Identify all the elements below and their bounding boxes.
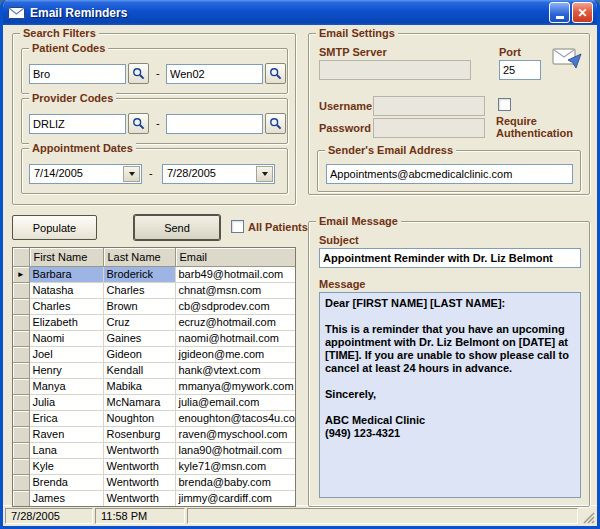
row-selector[interactable]: [13, 378, 29, 394]
populate-button[interactable]: Populate: [12, 215, 97, 240]
resize-grip[interactable]: [580, 508, 595, 524]
grid-cell[interactable]: Brenda: [29, 474, 103, 490]
grid-cell[interactable]: barb49@hotmail.com: [175, 266, 295, 282]
grid-cell[interactable]: ecruz@hotmail.com: [175, 314, 295, 330]
grid-cell[interactable]: jgideon@me.com: [175, 346, 295, 362]
grid-column-header[interactable]: Last Name: [103, 248, 175, 266]
grid-cell[interactable]: Henry: [29, 362, 103, 378]
patient-code-to-lookup-button[interactable]: [265, 63, 286, 84]
grid-cell[interactable]: Brown: [103, 298, 175, 314]
grid-row[interactable]: BrendaWentworthbrenda@baby.com: [13, 474, 295, 490]
subject-input[interactable]: [319, 248, 581, 268]
username-input[interactable]: [373, 96, 485, 116]
grid-cell[interactable]: Mabika: [103, 378, 175, 394]
row-selector[interactable]: [13, 282, 29, 298]
row-selector[interactable]: [13, 458, 29, 474]
grid-cell[interactable]: Julia: [29, 394, 103, 410]
grid-cell[interactable]: Elizabeth: [29, 314, 103, 330]
grid-cell[interactable]: Gideon: [103, 346, 175, 362]
grid-column-header[interactable]: Email: [175, 248, 295, 266]
grid-row[interactable]: CharlesBrowncb@sdprodev.com: [13, 298, 295, 314]
grid-cell[interactable]: jimmy@cardiff.com: [175, 490, 295, 506]
chevron-down-icon[interactable]: [256, 166, 273, 182]
grid-cell[interactable]: cb@sdprodev.com: [175, 298, 295, 314]
grid-cell[interactable]: lana90@hotmail.com: [175, 442, 295, 458]
grid-cell[interactable]: Charles: [103, 282, 175, 298]
provider-code-from-lookup-button[interactable]: [128, 113, 149, 134]
grid-cell[interactable]: Wentworth: [103, 442, 175, 458]
minimize-button[interactable]: [549, 2, 570, 23]
grid-row[interactable]: RavenRosenburgraven@myschool.com: [13, 426, 295, 442]
provider-code-to-lookup-button[interactable]: [265, 113, 286, 134]
row-selector[interactable]: [13, 298, 29, 314]
grid-row[interactable]: NaomiGainesnaomi@hotmail.com: [13, 330, 295, 346]
date-to-combobox[interactable]: 7/28/2005: [162, 164, 275, 184]
row-selector[interactable]: [13, 362, 29, 378]
row-selector[interactable]: ►: [13, 266, 29, 282]
sender-email-input[interactable]: [326, 164, 573, 184]
grid-cell[interactable]: Lana: [29, 442, 103, 458]
grid-row[interactable]: ManyaMabikammanya@mywork.com: [13, 378, 295, 394]
patient-grid[interactable]: First NameLast NameEmail ►BarbaraBroderi…: [12, 247, 296, 507]
grid-cell[interactable]: hank@vtext.com: [175, 362, 295, 378]
all-patients-checkbox[interactable]: [231, 220, 244, 233]
row-selector[interactable]: [13, 330, 29, 346]
grid-cell[interactable]: Raven: [29, 426, 103, 442]
grid-row[interactable]: NatashaCharleschnat@msn.com: [13, 282, 295, 298]
grid-cell[interactable]: raven@myschool.com: [175, 426, 295, 442]
smtp-server-input[interactable]: [319, 60, 471, 80]
grid-cell[interactable]: Natasha: [29, 282, 103, 298]
row-selector[interactable]: [13, 410, 29, 426]
grid-cell[interactable]: Naomi: [29, 330, 103, 346]
grid-cell[interactable]: brenda@baby.com: [175, 474, 295, 490]
grid-cell[interactable]: Kyle: [29, 458, 103, 474]
grid-cell[interactable]: Manya: [29, 378, 103, 394]
grid-cell[interactable]: McNamara: [103, 394, 175, 410]
grid-row[interactable]: ElizabethCruzecruz@hotmail.com: [13, 314, 295, 330]
row-selector[interactable]: [13, 314, 29, 330]
grid-cell[interactable]: kyle71@msn.com: [175, 458, 295, 474]
grid-cell[interactable]: mmanya@mywork.com: [175, 378, 295, 394]
date-from-combobox[interactable]: 7/14/2005: [29, 164, 142, 184]
patient-code-from-input[interactable]: [29, 64, 126, 84]
grid-cell[interactable]: Wentworth: [103, 458, 175, 474]
grid-cell[interactable]: Noughton: [103, 410, 175, 426]
grid-cell[interactable]: James: [29, 490, 103, 506]
require-auth-checkbox[interactable]: [498, 98, 511, 111]
grid-column-header[interactable]: First Name: [29, 248, 103, 266]
password-input[interactable]: [373, 118, 485, 138]
grid-row[interactable]: EricaNoughtonenoughton@tacos4u.com: [13, 410, 295, 426]
row-selector[interactable]: [13, 442, 29, 458]
send-button[interactable]: Send: [134, 215, 220, 240]
row-selector[interactable]: [13, 346, 29, 362]
grid-row[interactable]: JamesWentworthjimmy@cardiff.com: [13, 490, 295, 506]
patient-code-from-lookup-button[interactable]: [128, 63, 149, 84]
grid-row[interactable]: KyleWentworthkyle71@msn.com: [13, 458, 295, 474]
grid-cell[interactable]: Wentworth: [103, 474, 175, 490]
grid-row[interactable]: LanaWentworthlana90@hotmail.com: [13, 442, 295, 458]
grid-cell[interactable]: Wentworth: [103, 490, 175, 506]
provider-code-from-input[interactable]: [29, 114, 126, 134]
grid-row[interactable]: ►BarbaraBroderickbarb49@hotmail.com: [13, 266, 295, 282]
message-textarea[interactable]: Dear [FIRST NAME] [LAST NAME]: This is a…: [319, 292, 581, 498]
port-input[interactable]: [499, 60, 541, 80]
row-selector[interactable]: [13, 394, 29, 410]
grid-cell[interactable]: Rosenburg: [103, 426, 175, 442]
grid-cell[interactable]: naomi@hotmail.com: [175, 330, 295, 346]
grid-cell[interactable]: Broderick: [103, 266, 175, 282]
grid-row[interactable]: JuliaMcNamarajulia@email.com: [13, 394, 295, 410]
title-bar[interactable]: Email Reminders ✕: [3, 0, 597, 25]
grid-row[interactable]: HenryKendallhank@vtext.com: [13, 362, 295, 378]
grid-cell[interactable]: Kendall: [103, 362, 175, 378]
chevron-down-icon[interactable]: [123, 166, 140, 182]
grid-cell[interactable]: Joel: [29, 346, 103, 362]
grid-cell[interactable]: Charles: [29, 298, 103, 314]
grid-cell[interactable]: chnat@msn.com: [175, 282, 295, 298]
provider-code-to-input[interactable]: [166, 114, 263, 134]
grid-cell[interactable]: Barbara: [29, 266, 103, 282]
row-selector[interactable]: [13, 474, 29, 490]
grid-cell[interactable]: Erica: [29, 410, 103, 426]
row-selector[interactable]: [13, 426, 29, 442]
grid-cell[interactable]: julia@email.com: [175, 394, 295, 410]
grid-cell[interactable]: enoughton@tacos4u.com: [175, 410, 295, 426]
